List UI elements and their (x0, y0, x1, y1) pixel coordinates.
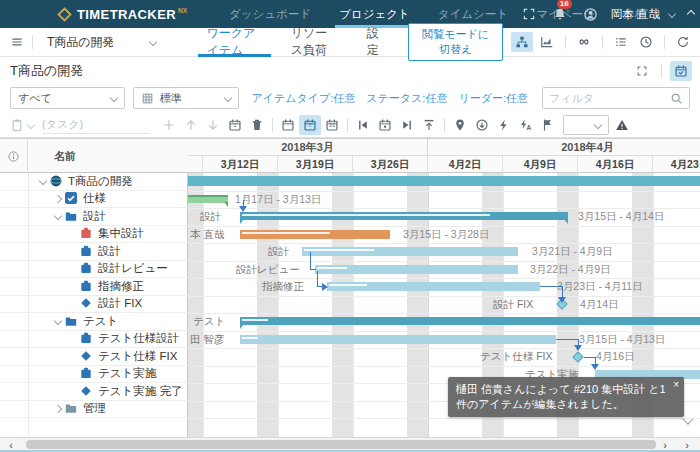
tree-row[interactable]: テスト実施 完了 (0, 383, 188, 401)
calendar-blank-icon[interactable] (277, 115, 299, 135)
gantt-bar-テスト仕様設計[interactable] (240, 335, 556, 344)
gantt-label: 設計レビュー (236, 261, 300, 279)
layout-dropdown-value: 標準 (160, 91, 182, 106)
layout-dropdown[interactable]: 標準 (133, 87, 240, 109)
search-icon[interactable] (670, 92, 683, 105)
menu-hamburger-icon[interactable] (6, 32, 28, 52)
tree-row[interactable]: 設計 (0, 208, 188, 226)
app-logo[interactable]: TIMETRACKER NX (57, 7, 187, 22)
tree-row[interactable]: T商品の開発 (0, 173, 188, 191)
connector-line (584, 357, 595, 358)
progress-stripe (329, 284, 367, 286)
circle-down-icon[interactable] (471, 115, 493, 135)
filter-link[interactable]: リーダー:任意 (458, 91, 528, 106)
connector-line (317, 271, 318, 287)
link-infinity-icon[interactable] (573, 32, 595, 52)
project-selector[interactable]: T商品の開発 (41, 34, 162, 51)
scroll-to-task-icon[interactable] (418, 115, 440, 135)
calendar-week-icon[interactable]: 7 (299, 115, 321, 135)
tree-row[interactable]: テスト仕様設計 (0, 331, 188, 349)
info-column-header[interactable] (0, 139, 28, 173)
filter-input[interactable] (549, 92, 670, 104)
scrollbar-thumb[interactable] (26, 440, 656, 449)
clock-icon[interactable] (635, 32, 657, 52)
add-icon[interactable] (158, 115, 180, 135)
tooltip-close-icon[interactable]: × (673, 380, 679, 390)
calendar-check-icon[interactable] (670, 61, 692, 81)
gantt-bar-仕様[interactable] (188, 195, 228, 203)
gantt-label: 設計 FIX (493, 296, 533, 314)
gantt-bar-設計[interactable] (240, 212, 568, 220)
gantt-bar-T商品の開発[interactable] (188, 176, 700, 186)
tab-リソース負荷[interactable]: リソース負荷 (277, 28, 353, 57)
move-up-icon[interactable] (180, 115, 202, 135)
gantt-bar-設計レビュー[interactable] (315, 265, 518, 274)
notifications-bell-icon[interactable]: 16 (549, 4, 571, 24)
tree-row[interactable]: 設計 (0, 243, 188, 261)
name-column-header[interactable]: 名前 (28, 139, 188, 173)
user-menu-chevron-icon[interactable] (668, 10, 676, 18)
expander-open-icon[interactable] (51, 213, 65, 219)
tree-row[interactable]: 管理 (0, 401, 188, 419)
tree-item-label: 設計 (83, 209, 106, 224)
new-item-clipboard-icon[interactable] (6, 115, 28, 135)
baseline-dropdown[interactable] (563, 115, 609, 135)
calendar-today-icon[interactable] (374, 115, 396, 135)
skip-to-end-icon[interactable] (396, 115, 418, 135)
gantt-chart-body[interactable]: 1月17日 - 3月13日設計3月15日 - 4月14日本 直哉3月15日 - … (188, 173, 700, 438)
nav-item-ダッシュボード[interactable]: ダッシュボード (215, 0, 325, 28)
filter-link[interactable]: アイテムタイプ:任意 (251, 91, 355, 106)
tab-ワークアイテム[interactable]: ワークアイテム (192, 28, 276, 57)
gantt-bar-集中設計[interactable] (240, 230, 390, 239)
user-name[interactable]: 岡本 直哉 (611, 7, 660, 22)
bolt-auto-icon[interactable] (515, 115, 537, 135)
list-view-icon[interactable] (610, 32, 632, 52)
tooltip-text: 樋田 信貴さんによって #210 集中設計 と1件のアイテムが編集されました。 (456, 383, 666, 410)
milestone-icon (80, 297, 93, 310)
expander-open-icon[interactable] (36, 178, 50, 184)
gantt-label: テスト (193, 313, 225, 331)
tree-row[interactable]: 設計レビュー (0, 261, 188, 279)
gantt-bar-テスト[interactable] (240, 317, 700, 325)
tree-row[interactable]: 仕様 (0, 191, 188, 209)
collapse-up-chevron-icon[interactable] (687, 10, 695, 18)
tab-設定[interactable]: 設定 (353, 28, 397, 57)
new-item-chevron-icon[interactable] (27, 120, 35, 128)
refresh-icon[interactable] (672, 32, 694, 52)
calendar-day-icon[interactable]: 1 (224, 115, 246, 135)
tree-row[interactable]: 指摘修正 (0, 278, 188, 296)
flag-icon[interactable] (537, 115, 559, 135)
delete-trash-icon[interactable] (246, 115, 268, 135)
expander-open-icon[interactable] (51, 318, 65, 324)
expander-closed-icon[interactable] (51, 406, 65, 412)
project-toolbar: T商品の開発 ワークアイテムリソース負荷設定 閲覧モードに切替え (0, 28, 700, 57)
gantt-view-icon[interactable] (511, 32, 533, 52)
gantt-bar-指摘修正[interactable] (327, 282, 540, 291)
view-mode-button[interactable]: 閲覧モードに切替え (408, 23, 503, 61)
chart-view-icon[interactable] (536, 32, 558, 52)
tree-row[interactable]: テスト実施 (0, 366, 188, 384)
scroll-down-chevron-icon[interactable] (682, 413, 693, 424)
expand-panel-icon[interactable] (631, 61, 653, 81)
tree-row[interactable]: テスト (0, 313, 188, 331)
tree-item-label: 管理 (83, 401, 106, 416)
calendar-month-icon[interactable]: 31 (321, 115, 343, 135)
warning-icon[interactable] (611, 115, 633, 135)
scope-dropdown[interactable]: すべて (10, 87, 125, 109)
skip-to-start-icon[interactable] (352, 115, 374, 135)
filter-link[interactable]: ステータス:任意 (366, 91, 447, 106)
move-down-icon[interactable] (202, 115, 224, 135)
tree-row[interactable]: 設計 FIX (0, 296, 188, 314)
task-icon (80, 245, 93, 258)
logo-suffix: NX (178, 7, 187, 14)
gantt-bar-設計[interactable] (302, 247, 518, 256)
map-pin-icon[interactable] (449, 115, 471, 135)
expander-closed-icon[interactable] (51, 196, 65, 202)
new-task-input[interactable] (42, 116, 150, 134)
tree-row[interactable]: 集中設計 (0, 226, 188, 244)
bolt-icon[interactable] (493, 115, 515, 135)
tree-row[interactable]: テスト仕様 FIX (0, 348, 188, 366)
fullscreen-icon[interactable] (518, 4, 540, 24)
user-avatar-icon[interactable] (580, 4, 602, 24)
info-icon (7, 150, 20, 163)
